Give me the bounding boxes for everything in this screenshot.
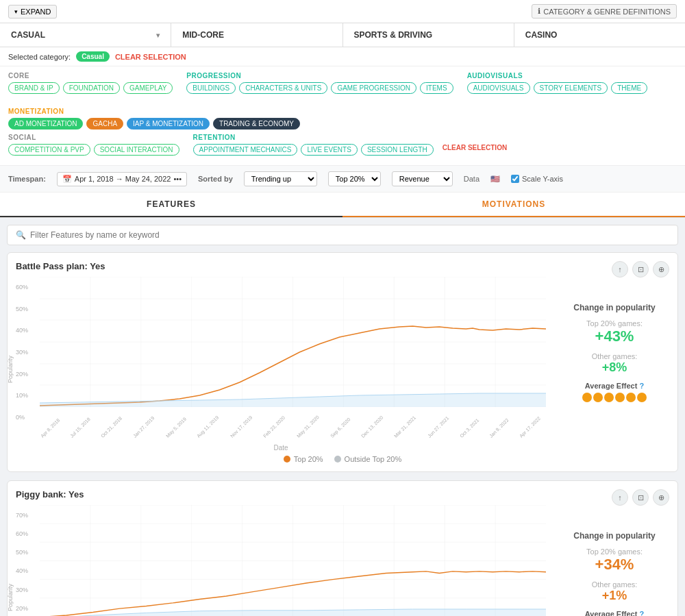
tab-motivations[interactable]: MOTIVATIONS bbox=[342, 193, 685, 217]
chart-piggy-bank-container: 70% 60% 50% 40% 30% 20% 10% 0% bbox=[16, 505, 669, 616]
expand-button[interactable]: ▾ EXPAND bbox=[8, 5, 57, 19]
tag-appointment-mechanics[interactable]: APPOINTMENT MECHANICS bbox=[193, 144, 298, 156]
y-label-50: 50% bbox=[16, 306, 28, 312]
chart-zoom-button[interactable]: ⊕ bbox=[653, 261, 669, 278]
chart-piggy-bank-area: 70% 60% 50% 40% 30% 20% 10% 0% bbox=[16, 505, 546, 616]
legend-other-label: Outside Top 20% bbox=[345, 455, 402, 463]
x-label: Dec 13, 2020 bbox=[360, 415, 384, 439]
search-input[interactable] bbox=[30, 230, 669, 240]
date-range-picker[interactable]: 📅 Apr 1, 2018 → May 24, 2022 ••• bbox=[57, 172, 187, 186]
help-icon-piggy-bank[interactable]: ? bbox=[639, 610, 644, 617]
search-bar: 🔍 bbox=[7, 225, 678, 245]
chart-battle-pass-container: 60% 50% 40% 30% 20% 10% 0% bbox=[16, 277, 669, 428]
category-def-button[interactable]: ℹ CATEGORY & GENRE DEFINITIONS bbox=[532, 4, 677, 19]
sorted-by-label: Sorted by bbox=[198, 175, 233, 183]
star-1 bbox=[582, 393, 592, 402]
tag-story-elements[interactable]: STORY ELEMENTS bbox=[534, 82, 608, 94]
chart-card-piggy-bank: Piggy bank: Yes ↑ ⊡ ⊕ 70% 60% 50% 40% 30… bbox=[7, 480, 678, 616]
tag-session-length[interactable]: SESSION LENGTH bbox=[361, 144, 434, 156]
tag-foundation[interactable]: FOUNDATION bbox=[63, 82, 120, 94]
help-icon-battle-pass[interactable]: ? bbox=[639, 382, 644, 390]
tag-iap-monetization[interactable]: IAP & MONETIZATION bbox=[127, 118, 210, 130]
y-label-40b: 40% bbox=[16, 567, 28, 574]
x-label: Aug 11, 2019 bbox=[196, 415, 219, 439]
category-def-label: CATEGORY & GENRE DEFINITIONS bbox=[543, 8, 671, 16]
top-percent-dropdown[interactable]: Top 20% Top 10% Top 50% bbox=[328, 171, 381, 186]
tag-gameplay[interactable]: GAMEPLAY bbox=[123, 82, 173, 94]
x-label: Jul 15, 2018 bbox=[69, 417, 91, 439]
y-label-70: 70% bbox=[16, 512, 28, 519]
audiovisuals-label: AUDIOVISUALS bbox=[467, 72, 648, 79]
tab-casino[interactable]: CASINO bbox=[514, 23, 685, 47]
core-tags: BRAND & IP FOUNDATION GAMEPLAY bbox=[8, 82, 173, 94]
timespan-label: Timespan: bbox=[8, 175, 46, 183]
tab-casual[interactable]: CASUAL ▾ bbox=[0, 23, 171, 47]
avg-effect-piggy-bank: Average Effect ? bbox=[560, 610, 669, 617]
other-label-piggy-bank: Other games: bbox=[560, 580, 669, 589]
y-axis-title-piggy-bank: Popularity bbox=[7, 584, 14, 611]
filter-group-progression: PROGRESSION BUILDINGS CHARACTERS & UNITS… bbox=[186, 72, 453, 94]
tab-midcore[interactable]: MID-CORE bbox=[171, 23, 342, 47]
x-label: May 5, 2019 bbox=[165, 417, 187, 439]
data-label: Data bbox=[464, 175, 480, 183]
x-label: Oct 21, 2018 bbox=[100, 416, 123, 439]
clear-selection-link[interactable]: CLEAR SELECTION bbox=[115, 53, 186, 61]
y-label-40: 40% bbox=[16, 327, 28, 334]
scale-y-text: Scale Y-axis bbox=[522, 175, 563, 183]
legend-top20-label: Top 20% bbox=[294, 455, 323, 463]
x-label: Oct 3, 2021 bbox=[459, 417, 480, 439]
tag-social-interaction[interactable]: SOCIAL INTERACTION bbox=[94, 144, 179, 156]
change-title-piggy-bank: Change in popularity bbox=[560, 531, 669, 541]
selected-text: Selected category: bbox=[8, 53, 71, 61]
chart-share-button-2[interactable]: ⊡ bbox=[632, 489, 649, 506]
scale-y-checkbox[interactable] bbox=[511, 175, 519, 183]
tab-features[interactable]: FEATURES bbox=[0, 193, 342, 217]
timespan-bar: Timespan: 📅 Apr 1, 2018 → May 24, 2022 •… bbox=[0, 166, 685, 193]
category-tabs: CASUAL ▾ MID-CORE SPORTS & DRIVING CASIN… bbox=[0, 23, 685, 47]
top20-change-battle-pass: Top 20% games: +43% bbox=[560, 319, 669, 345]
tag-game-progression[interactable]: GAME PROGRESSION bbox=[331, 82, 416, 94]
audiovisuals-tags: AUDIOVISUALS STORY ELEMENTS THEME bbox=[467, 82, 648, 94]
retention-clear-link[interactable]: CLEAR SELECTION bbox=[443, 144, 507, 156]
revenue-dropdown[interactable]: Revenue Downloads bbox=[392, 171, 453, 186]
x-label: Mar 21, 2021 bbox=[393, 415, 416, 439]
top20-label-battle-pass: Top 20% games: bbox=[560, 319, 669, 328]
legend-other-battle-pass: Outside Top 20% bbox=[334, 455, 402, 463]
chevron-down-icon: ▾ bbox=[156, 32, 160, 39]
chart-share-button[interactable]: ⊡ bbox=[632, 261, 649, 278]
tag-theme[interactable]: THEME bbox=[611, 82, 647, 94]
chart-battle-pass-legend: Top 20% Outside Top 20% bbox=[16, 455, 669, 463]
progression-label: PROGRESSION bbox=[186, 72, 453, 79]
tag-audiovisuals[interactable]: AUDIOVISUALS bbox=[467, 82, 530, 94]
tag-competition-pvp[interactable]: COMPETITION & PVP bbox=[8, 144, 90, 156]
tag-gacha[interactable]: GACHA bbox=[86, 118, 123, 130]
y-axis-piggy-bank: 70% 60% 50% 40% 30% 20% 10% 0% bbox=[16, 505, 28, 616]
x-label: Apr 8, 2018 bbox=[40, 417, 61, 439]
tag-live-events[interactable]: LIVE EVENTS bbox=[301, 144, 357, 156]
chart-up-button-2[interactable]: ↑ bbox=[612, 489, 628, 506]
features-tab-label: FEATURES bbox=[147, 199, 196, 209]
tag-buildings[interactable]: BUILDINGS bbox=[186, 82, 236, 94]
legend-dot-gray bbox=[334, 456, 341, 463]
x-axis-title-battle-pass: Date bbox=[273, 444, 288, 452]
tag-ad-monetization[interactable]: AD MONETIZATION bbox=[8, 118, 83, 130]
chart-piggy-bank-stats: Change in popularity Top 20% games: +34%… bbox=[546, 505, 669, 616]
sorted-by-dropdown[interactable]: Trending up Trending down Most popular bbox=[244, 171, 317, 186]
tag-characters[interactable]: CHARACTERS & UNITS bbox=[239, 82, 327, 94]
tag-items[interactable]: ITEMS bbox=[420, 82, 453, 94]
chart-up-button[interactable]: ↑ bbox=[612, 261, 628, 278]
x-label: Jan 27, 2019 bbox=[132, 415, 155, 439]
tab-sports[interactable]: SPORTS & DRIVING bbox=[343, 23, 514, 47]
tag-trading-economy[interactable]: TRADING & ECONOMY bbox=[213, 118, 300, 130]
tag-brand-ip[interactable]: BRAND & IP bbox=[8, 82, 60, 94]
legend-dot-orange bbox=[284, 456, 290, 463]
social-label: SOCIAL bbox=[8, 134, 179, 141]
chart-piggy-bank-actions: ↑ ⊡ ⊕ bbox=[612, 489, 669, 506]
chart-battle-pass-actions: ↑ ⊡ ⊕ bbox=[612, 261, 669, 278]
x-label: Feb 23, 2020 bbox=[262, 415, 286, 439]
chart-zoom-button-2[interactable]: ⊕ bbox=[653, 489, 669, 506]
y-label-10: 10% bbox=[16, 392, 28, 399]
y-label-30b: 30% bbox=[16, 587, 28, 593]
tab-midcore-label: MID-CORE bbox=[182, 30, 224, 40]
top20-value-piggy-bank: +34% bbox=[560, 556, 669, 574]
